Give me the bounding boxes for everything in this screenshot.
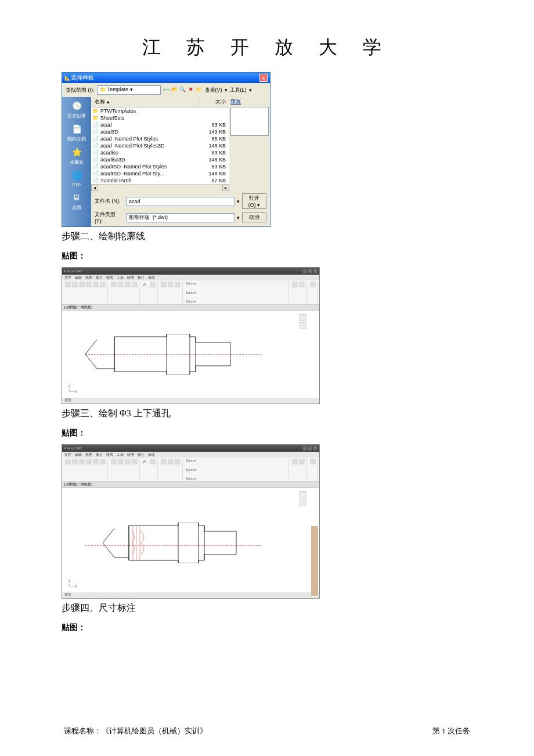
sidebar-item-desktop[interactable]: 🖥桌面 <box>70 191 83 211</box>
menu-item[interactable]: 插入 <box>96 275 103 280</box>
file-row[interactable]: 📄acadiso3D148 KB <box>91 156 229 163</box>
open-button[interactable]: 打开(O) ▾ <box>242 193 266 209</box>
ftp-icon: 🌐 <box>70 169 83 182</box>
page-footer: 课程名称：《计算机绘图员（机械）实训》 第 1 次任务 <box>58 726 476 736</box>
column-name[interactable]: 名称 ▴ <box>91 97 200 107</box>
cad-viewport-label: [-][俯视][二维线框] <box>62 482 319 488</box>
tools-menu[interactable]: 工具(L) <box>230 87 247 94</box>
cad-canvas[interactable]: Y└─X <box>62 311 319 398</box>
titlebar-icon: 📐 <box>64 75 71 81</box>
history-icon: 🕓 <box>70 99 83 112</box>
filename-label: 文件名 (N): <box>95 197 124 205</box>
minimize-icon[interactable]: _ <box>302 446 307 451</box>
cad-statusbar: 模型 <box>62 592 319 598</box>
close-icon[interactable]: × <box>313 446 317 451</box>
folder-dropdown[interactable]: 📁 Template ▾ <box>97 85 161 95</box>
template-select-dialog: 📐 选择样板 X 查找范围 (I): 📁 Template ▾ ⟸ 📂 🔍 ✖ … <box>62 72 270 227</box>
cancel-button[interactable]: 取消 <box>242 213 266 222</box>
menu-item[interactable]: 文件 <box>64 275 71 280</box>
close-icon[interactable]: × <box>313 269 317 273</box>
file-row[interactable]: 📄acad3D149 KB <box>91 128 229 135</box>
menu-item[interactable]: 工具 <box>117 452 124 458</box>
minimize-icon[interactable]: _ <box>302 269 307 273</box>
back-icon[interactable]: ⟸ <box>163 87 170 93</box>
step4-heading: 步骤四、尺寸标注 <box>62 602 476 614</box>
cad-titlebar: AAutoCAD _□× <box>62 268 319 275</box>
cad-statusbar: 模型 <box>62 398 319 404</box>
step3-image-label: 贴图： <box>62 428 476 438</box>
cad-ribbon: A ByLayerByLayerByLayer <box>62 280 319 305</box>
delete-icon[interactable]: ✖ <box>187 87 194 93</box>
step4-image-label: 贴图： <box>62 622 476 633</box>
file-row[interactable]: 📄acadISO -Named Plot Styles63 KB <box>91 163 229 170</box>
menu-item[interactable]: 绘图 <box>127 452 134 458</box>
file-row[interactable]: 📄Tutorial-iArch67 KB <box>91 177 229 184</box>
maximize-icon[interactable]: □ <box>308 446 312 451</box>
filename-input[interactable] <box>126 197 234 206</box>
menu-item[interactable]: 修改 <box>148 452 155 458</box>
nav-cube[interactable] <box>300 314 313 332</box>
menu-item[interactable]: 标注 <box>138 452 145 458</box>
page-title: 江 苏 开 放 大 学 <box>58 35 476 60</box>
star-icon: ⭐ <box>70 146 83 159</box>
file-row[interactable]: 📄acad -Named Plot Styles85 KB <box>91 135 229 142</box>
cad-ribbon: A ByLayerByLayerByLayer <box>62 458 319 482</box>
close-icon[interactable]: X <box>259 74 268 82</box>
menu-item[interactable]: 标注 <box>138 275 145 280</box>
search-icon[interactable]: 🔍 <box>179 87 186 93</box>
step2-heading: 步骤二、绘制轮廓线 <box>62 231 476 243</box>
nav-cube[interactable] <box>300 491 313 509</box>
menu-item[interactable]: 工具 <box>117 275 124 280</box>
menu-item[interactable]: 插入 <box>96 452 103 458</box>
cad-menubar: 文件编辑视图插入格式工具绘图标注修改 <box>62 275 319 280</box>
right-toolbar[interactable] <box>311 526 318 596</box>
step3-heading: 步骤三、绘制 Φ3 上下通孔 <box>62 408 476 420</box>
task-number: 第 1 次任务 <box>432 726 470 736</box>
desktop-icon: 🖥 <box>70 191 83 204</box>
menu-item[interactable]: 视图 <box>85 275 92 280</box>
autocad-logo-icon: A <box>64 269 66 273</box>
menu-item[interactable]: 格式 <box>106 452 113 458</box>
preview-box <box>230 107 269 136</box>
menu-item[interactable]: 文件 <box>64 452 71 458</box>
sidebar-item-favorites[interactable]: ⭐收藏夹 <box>70 146 84 165</box>
ucs-icon: Y└─X <box>68 578 78 589</box>
dialog-title: 选择样板 <box>71 74 94 82</box>
sidebar-item-history[interactable]: 🕓历史记录 <box>67 99 86 119</box>
newfolder-icon[interactable]: 📁 <box>196 87 203 93</box>
file-row[interactable]: 📄acadISO -Named Plot Sty...148 KB <box>91 170 229 177</box>
file-row[interactable]: 📁PTWTemplates <box>91 107 229 114</box>
menu-item[interactable]: 编辑 <box>75 452 82 458</box>
file-row[interactable]: 📄acad -Named Plot Styles3D148 KB <box>91 142 229 149</box>
maximize-icon[interactable]: □ <box>308 269 312 273</box>
view-menu[interactable]: 查看(V) <box>205 87 222 94</box>
up-icon[interactable]: 📂 <box>171 87 178 93</box>
filetype-label: 文件类型 (T): <box>95 211 124 224</box>
scrollbar[interactable]: ◂▸ <box>91 184 229 191</box>
places-sidebar: 🕓历史记录 📄我的文档 ⭐收藏夹 🌐FTP 🖥桌面 <box>62 97 91 226</box>
menu-item[interactable]: 格式 <box>106 275 113 280</box>
file-row[interactable]: 📄acadiso63 KB <box>91 149 229 156</box>
menu-item[interactable]: 绘图 <box>127 275 134 280</box>
column-size[interactable]: 大小 <box>200 97 229 107</box>
shaft-drawing-with-holes <box>97 523 271 563</box>
file-row[interactable]: 📄acad63 KB <box>91 121 229 128</box>
sidebar-item-mydocs[interactable]: 📄我的文档 <box>67 123 86 142</box>
filetype-dropdown[interactable] <box>126 213 234 222</box>
file-list-area: 名称 ▴ 大小 📁PTWTemplates📁SheetSets📄acad63 K… <box>91 97 229 191</box>
menu-item[interactable]: 编辑 <box>75 275 82 280</box>
lookin-label: 查找范围 (I): <box>66 87 95 94</box>
step2-image-label: 贴图： <box>62 251 476 261</box>
cad-canvas[interactable]: Y└─X <box>62 488 319 592</box>
cad-menubar: 文件编辑视图插入格式工具绘图标注修改 <box>62 452 319 458</box>
shaft-drawing <box>80 334 265 375</box>
file-row[interactable]: 📁SheetSets <box>91 114 229 121</box>
ucs-icon: Y└─X <box>68 384 78 394</box>
sidebar-item-ftp[interactable]: 🌐FTP <box>70 169 83 188</box>
documents-icon: 📄 <box>70 123 83 135</box>
menu-item[interactable]: 修改 <box>148 275 155 280</box>
autocad-logo-icon: A <box>64 447 66 450</box>
preview-label: 预览 <box>230 98 269 106</box>
menu-item[interactable]: 视图 <box>85 452 92 458</box>
cad-viewport-label: [-][俯视][二维线框] <box>62 305 319 311</box>
